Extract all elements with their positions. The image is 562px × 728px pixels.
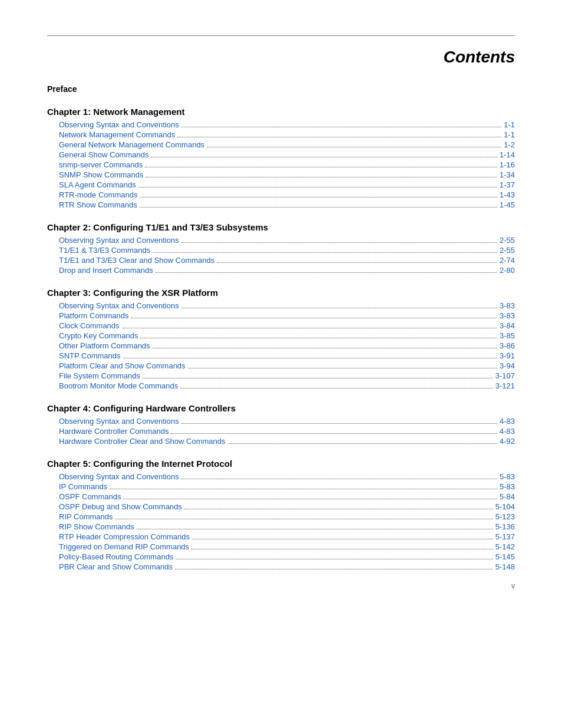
toc-link[interactable]: Bootrom Monitor Mode Commands <box>59 381 178 390</box>
toc-dots <box>153 252 497 253</box>
page-number-bottom: v <box>511 582 515 590</box>
toc-row: T1/E1 & T3/E3 Commands2-55 <box>47 246 515 255</box>
toc-row: SLA Agent Commands1-37 <box>47 180 515 189</box>
toc-dots <box>181 127 501 127</box>
toc-row: RTP Header Compression Commands5-137 <box>47 532 515 541</box>
toc-row: snmp-server Commands1-16 <box>47 160 515 169</box>
toc-link[interactable]: RTR-mode Commands <box>59 190 137 199</box>
toc-link[interactable]: T1/E1 and T3/E3 Clear and Show Commands <box>59 256 214 265</box>
toc-page-number: 3-85 <box>500 331 515 340</box>
toc-dots <box>181 308 497 308</box>
top-rule <box>47 35 515 36</box>
toc-dots <box>177 137 501 137</box>
toc-dots <box>171 433 497 434</box>
toc-page-number: 5-83 <box>500 472 515 481</box>
toc-page-number: 1-34 <box>500 170 515 179</box>
toc-dots <box>140 338 497 338</box>
toc-row: OSPF Commands5-84 <box>47 492 515 501</box>
toc-link[interactable]: Hardware Controller Clear and Show Comma… <box>59 437 226 446</box>
toc-link[interactable]: Network Management Commands <box>59 130 175 139</box>
toc-row: IP Commands5-83 <box>47 482 515 491</box>
toc-link[interactable]: Triggered on Demand RIP Commands <box>59 542 189 551</box>
toc-dots <box>191 549 493 549</box>
toc-row: Observing Syntax and Conventions1-1 <box>47 120 515 129</box>
toc-dots <box>156 272 497 273</box>
toc-dots <box>217 262 497 263</box>
toc-link[interactable]: File System Commands <box>59 371 140 380</box>
toc-row: Observing Syntax and Conventions4-83 <box>47 417 515 426</box>
toc-page-number: 3-83 <box>500 301 515 310</box>
toc-row: OSPF Debug and Show Commands5-104 <box>47 502 515 511</box>
toc-link[interactable]: Crypto Key Commands <box>59 331 138 340</box>
toc-row: RTR-mode Commands1-43 <box>47 190 515 199</box>
toc-page-number: 1-45 <box>500 200 515 209</box>
toc-row: RTR Show Commands1-45 <box>47 200 515 209</box>
toc-dots <box>228 443 497 444</box>
toc-page-number: 3-91 <box>500 351 515 360</box>
toc-page-number: 5-142 <box>495 542 515 551</box>
toc-link[interactable]: RIP Show Commands <box>59 522 134 531</box>
toc-row: General Network Management Commands1-2 <box>47 140 515 149</box>
toc-dots <box>110 489 497 489</box>
toc-link[interactable]: T1/E1 & T3/E3 Commands <box>59 246 150 255</box>
toc-page-number: 3-86 <box>500 341 515 350</box>
toc-link[interactable]: Observing Syntax and Conventions <box>59 120 179 129</box>
toc-page-number: 4-83 <box>500 427 515 436</box>
toc-link[interactable]: SLA Agent Commands <box>59 180 136 189</box>
toc-link[interactable]: Policy-Based Routing Commands <box>59 552 173 561</box>
toc-page-number: 4-92 <box>500 437 515 446</box>
toc-row: SNTP Commands3-91 <box>47 351 515 360</box>
toc-page-number: 5-136 <box>495 522 515 531</box>
toc-dots <box>123 358 497 358</box>
toc-link[interactable]: RTP Header Compression Commands <box>59 532 190 541</box>
chapter-heading-5: Chapter 5: Configuring the Internet Prot… <box>47 459 515 469</box>
toc-link[interactable]: Observing Syntax and Conventions <box>59 236 179 245</box>
toc-link[interactable]: IP Commands <box>59 482 107 491</box>
toc-row: Triggered on Demand RIP Commands5-142 <box>47 542 515 551</box>
toc-link[interactable]: Platform Commands <box>59 311 128 320</box>
toc-row: Observing Syntax and Conventions5-83 <box>47 472 515 481</box>
toc-row: Crypto Key Commands3-85 <box>47 331 515 340</box>
toc-link[interactable]: SNMP Show Commands <box>59 170 144 179</box>
toc-dots <box>175 569 493 569</box>
toc-dots <box>192 539 493 539</box>
toc-link[interactable]: PBR Clear and Show Commands <box>59 562 173 571</box>
toc-dots <box>145 167 497 167</box>
toc-page-number: 5-83 <box>500 482 515 491</box>
toc-dots <box>140 207 497 207</box>
toc-link[interactable]: Platform Clear and Show Commands <box>59 361 186 370</box>
toc-dots <box>115 519 493 519</box>
toc-link[interactable]: Hardware Controller Commands <box>59 427 168 436</box>
toc-link[interactable]: snmp-server Commands <box>59 160 143 169</box>
toc-link[interactable]: Other Platform Commands <box>59 341 150 350</box>
toc-link[interactable]: RIP Commands <box>59 512 113 521</box>
toc-dots <box>181 423 497 424</box>
toc-link[interactable]: OSPF Debug and Show Commands <box>59 502 182 511</box>
toc-link[interactable]: Observing Syntax and Conventions <box>59 301 179 310</box>
toc-link[interactable]: General Network Management Commands <box>59 140 204 149</box>
toc-link[interactable]: Drop and Insert Commands <box>59 266 153 275</box>
chapter-heading-2: Chapter 2: Configuring T1/E1 and T3/E3 S… <box>47 222 515 232</box>
toc-row: Bootrom Monitor Mode Commands3-121 <box>47 381 515 390</box>
toc-link[interactable]: Observing Syntax and Conventions <box>59 472 179 481</box>
toc-page-number: 1-37 <box>500 180 515 189</box>
toc-link[interactable]: RTR Show Commands <box>59 200 137 209</box>
toc-page-number: 1-2 <box>504 140 515 149</box>
toc-link[interactable]: OSPF Commands <box>59 492 121 501</box>
toc-dots <box>140 197 497 197</box>
toc-row: Hardware Controller Commands4-83 <box>47 427 515 436</box>
toc-link[interactable]: General Show Commands <box>59 150 148 159</box>
toc-link[interactable]: Clock Commands <box>59 321 120 330</box>
toc-row: Drop and Insert Commands2-80 <box>47 266 515 275</box>
toc-row: SNMP Show Commands1-34 <box>47 170 515 179</box>
toc-dots <box>184 509 493 509</box>
toc-row: Observing Syntax and Conventions3-83 <box>47 301 515 310</box>
toc-row: File System Commands3-107 <box>47 371 515 380</box>
toc-row: Platform Clear and Show Commands3-94 <box>47 361 515 370</box>
toc-link[interactable]: SNTP Commands <box>59 351 121 360</box>
toc-page-number: 1-16 <box>500 160 515 169</box>
toc-row: General Show Commands1-14 <box>47 150 515 159</box>
toc-page-number: 3-121 <box>495 381 515 390</box>
toc-link[interactable]: Observing Syntax and Conventions <box>59 417 179 426</box>
toc-dots <box>153 348 497 348</box>
